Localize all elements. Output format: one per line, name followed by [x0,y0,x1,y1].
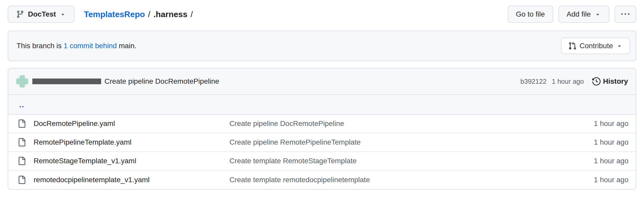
commit-sha-link[interactable]: b392122 [520,77,546,86]
repo-action-buttons: Go to file Add file [508,6,636,23]
git-compare-icon [568,42,576,50]
parent-directory-link[interactable]: .. [19,103,25,107]
chevron-down-icon [616,43,623,49]
add-file-button[interactable]: Add file [558,6,609,23]
file-commit-message-link[interactable]: Create template remotedocpipelinetemplat… [229,176,594,184]
branch-behind-banner: This branch is 1 commit behind main. Con… [8,31,636,61]
file-commit-message-link[interactable]: Create pipeline DocRemotePipeline [229,119,594,128]
file-row[interactable]: remotedocpipelinetemplate_v1.yaml Create… [8,171,636,189]
commits-behind-link[interactable]: 1 commit behind [64,42,117,50]
file-name-link[interactable]: remotedocpipelinetemplate_v1.yaml [34,176,149,184]
latest-commit-bar: Create pipeline DocRemotePipeline b39212… [8,68,636,95]
banner-text-suffix: main. [119,42,136,50]
file-updated-time: 1 hour ago [594,119,628,128]
branch-name-label: DocTest [28,10,56,18]
commit-author-avatar[interactable] [16,75,28,88]
chevron-down-icon [594,11,601,18]
file-row[interactable]: RemotePipelineTemplate.yaml Create pipel… [8,133,636,152]
file-icon [18,119,26,128]
breadcrumb: TemplatesRepo / .harness / [84,10,193,19]
contribute-label: Contribute [580,42,613,50]
go-to-file-label: Go to file [516,10,545,18]
contribute-button[interactable]: Contribute [561,38,630,54]
repo-header-bar: DocTest TemplatesRepo / .harness / Go to… [8,5,636,23]
file-row[interactable]: RemoteStageTemplate_v1.yaml Create templ… [8,152,636,171]
more-options-button[interactable] [615,6,636,23]
chevron-down-icon [59,11,66,18]
banner-text: This branch is 1 commit behind main. [17,42,137,50]
breadcrumb-separator: / [191,10,193,19]
latest-commit-message-link[interactable]: Create pipeline DocRemotePipeline [104,77,219,86]
branch-selector-button[interactable]: DocTest [8,6,74,23]
file-updated-time: 1 hour ago [594,138,628,146]
breadcrumb-repo-link[interactable]: TemplatesRepo [84,10,145,19]
file-listing-box: Create pipeline DocRemotePipeline b39212… [8,68,636,190]
parent-directory-row[interactable]: .. [8,95,636,115]
file-icon [18,157,26,165]
add-file-label: Add file [567,10,591,18]
file-icon [18,138,26,146]
file-updated-time: 1 hour ago [594,157,628,165]
repo-file-browser-page: DocTest TemplatesRepo / .harness / Go to… [0,0,644,198]
banner-text-prefix: This branch is [17,42,64,50]
git-branch-icon [16,10,24,18]
file-commit-message-link[interactable]: Create pipeline RemotePipelineTemplate [229,138,594,146]
history-link[interactable]: History [592,77,628,86]
breadcrumb-separator: / [148,10,150,19]
commit-author-redacted [32,79,101,84]
kebab-horizontal-icon [621,10,630,18]
file-name-link[interactable]: RemoteStageTemplate_v1.yaml [34,157,136,165]
file-commit-message-link[interactable]: Create template RemoteStageTemplate [229,157,594,165]
avatar-plus-icon [16,79,28,84]
file-row[interactable]: DocRemotePipeline.yaml Create pipeline D… [8,115,636,133]
history-clock-icon [592,77,601,86]
history-label: History [603,77,628,86]
file-name-link[interactable]: DocRemotePipeline.yaml [34,119,115,128]
file-name-link[interactable]: RemotePipelineTemplate.yaml [34,138,131,146]
file-icon [18,176,26,184]
file-updated-time: 1 hour ago [594,176,628,184]
go-to-file-button[interactable]: Go to file [508,6,553,23]
commit-time: 1 hour ago [552,77,584,86]
breadcrumb-current-dir: .harness [153,10,188,19]
